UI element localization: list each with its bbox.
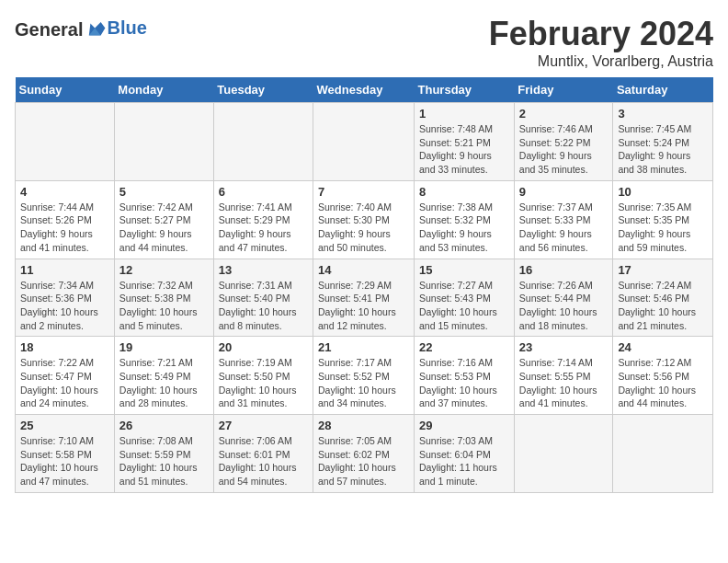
day-detail: Sunrise: 7:41 AM Sunset: 5:29 PM Dayligh… <box>219 201 308 255</box>
day-detail: Sunrise: 7:24 AM Sunset: 5:46 PM Dayligh… <box>618 279 708 333</box>
day-detail: Sunrise: 7:14 AM Sunset: 5:55 PM Dayligh… <box>519 356 609 410</box>
calendar-week-row: 11Sunrise: 7:34 AM Sunset: 5:36 PM Dayli… <box>16 259 713 337</box>
day-number: 18 <box>20 340 109 354</box>
calendar-cell: 15Sunrise: 7:27 AM Sunset: 5:43 PM Dayli… <box>415 259 515 337</box>
day-detail: Sunrise: 7:45 AM Sunset: 5:24 PM Dayligh… <box>618 122 708 177</box>
day-number: 12 <box>119 263 209 277</box>
day-number: 22 <box>419 340 509 354</box>
calendar-cell <box>213 103 313 181</box>
calendar-cell: 22Sunrise: 7:16 AM Sunset: 5:53 PM Dayli… <box>415 337 515 415</box>
calendar-cell: 10Sunrise: 7:35 AM Sunset: 5:35 PM Dayli… <box>613 180 713 259</box>
day-number: 29 <box>419 419 509 432</box>
calendar-cell: 8Sunrise: 7:38 AM Sunset: 5:32 PM Daylig… <box>415 180 515 259</box>
day-number: 11 <box>20 263 109 277</box>
day-detail: Sunrise: 7:17 AM Sunset: 5:52 PM Dayligh… <box>318 356 409 410</box>
calendar-cell: 3Sunrise: 7:45 AM Sunset: 5:24 PM Daylig… <box>613 103 713 181</box>
calendar-cell: 11Sunrise: 7:34 AM Sunset: 5:36 PM Dayli… <box>16 259 115 337</box>
day-detail: Sunrise: 7:34 AM Sunset: 5:36 PM Dayligh… <box>20 279 109 333</box>
day-detail: Sunrise: 7:22 AM Sunset: 5:47 PM Dayligh… <box>20 356 109 410</box>
calendar-cell <box>114 103 213 181</box>
calendar-cell: 13Sunrise: 7:31 AM Sunset: 5:40 PM Dayli… <box>213 259 313 337</box>
day-number: 9 <box>519 185 609 199</box>
day-detail: Sunrise: 7:05 AM Sunset: 6:02 PM Dayligh… <box>318 434 409 488</box>
day-detail: Sunrise: 7:38 AM Sunset: 5:32 PM Dayligh… <box>419 201 509 255</box>
day-number: 8 <box>419 185 509 199</box>
calendar-cell: 24Sunrise: 7:12 AM Sunset: 5:56 PM Dayli… <box>613 337 713 415</box>
day-detail: Sunrise: 7:10 AM Sunset: 5:58 PM Dayligh… <box>20 434 109 488</box>
day-detail: Sunrise: 7:21 AM Sunset: 5:49 PM Dayligh… <box>119 356 209 410</box>
calendar-header-sunday: Sunday <box>16 77 115 103</box>
calendar-cell: 23Sunrise: 7:14 AM Sunset: 5:55 PM Dayli… <box>514 337 613 415</box>
day-number: 24 <box>618 340 708 354</box>
calendar-cell: 9Sunrise: 7:37 AM Sunset: 5:33 PM Daylig… <box>514 180 613 259</box>
day-detail: Sunrise: 7:16 AM Sunset: 5:53 PM Dayligh… <box>419 356 509 410</box>
day-number: 6 <box>219 185 308 199</box>
day-number: 21 <box>318 340 409 354</box>
day-number: 13 <box>219 263 308 277</box>
calendar-cell: 14Sunrise: 7:29 AM Sunset: 5:41 PM Dayli… <box>313 259 415 337</box>
day-detail: Sunrise: 7:40 AM Sunset: 5:30 PM Dayligh… <box>318 201 409 255</box>
day-number: 19 <box>119 340 209 354</box>
day-number: 15 <box>419 263 509 277</box>
page-title: February 2024 <box>489 15 713 53</box>
calendar-cell: 19Sunrise: 7:21 AM Sunset: 5:49 PM Dayli… <box>114 337 213 415</box>
calendar-cell: 2Sunrise: 7:46 AM Sunset: 5:22 PM Daylig… <box>514 103 613 181</box>
calendar-cell: 26Sunrise: 7:08 AM Sunset: 5:59 PM Dayli… <box>114 415 213 493</box>
day-number: 1 <box>419 107 509 121</box>
day-detail: Sunrise: 7:37 AM Sunset: 5:33 PM Dayligh… <box>519 201 609 255</box>
day-number: 7 <box>318 185 409 199</box>
calendar-cell <box>313 103 415 181</box>
day-number: 5 <box>119 185 209 199</box>
calendar-cell <box>514 415 613 493</box>
day-detail: Sunrise: 7:35 AM Sunset: 5:35 PM Dayligh… <box>618 201 708 255</box>
day-detail: Sunrise: 7:03 AM Sunset: 6:04 PM Dayligh… <box>419 434 509 488</box>
calendar-header-row: SundayMondayTuesdayWednesdayThursdayFrid… <box>16 77 713 103</box>
day-number: 17 <box>618 263 708 277</box>
calendar-header-thursday: Thursday <box>415 77 515 103</box>
day-number: 16 <box>519 263 609 277</box>
day-number: 26 <box>119 419 209 432</box>
calendar-cell <box>16 103 115 181</box>
day-detail: Sunrise: 7:32 AM Sunset: 5:38 PM Dayligh… <box>119 279 209 333</box>
day-number: 28 <box>318 419 409 432</box>
calendar-cell: 21Sunrise: 7:17 AM Sunset: 5:52 PM Dayli… <box>313 337 415 415</box>
day-detail: Sunrise: 7:27 AM Sunset: 5:43 PM Dayligh… <box>419 279 509 333</box>
calendar-header-friday: Friday <box>514 77 613 103</box>
calendar-cell: 28Sunrise: 7:05 AM Sunset: 6:02 PM Dayli… <box>313 415 415 493</box>
day-detail: Sunrise: 7:42 AM Sunset: 5:27 PM Dayligh… <box>119 201 209 255</box>
calendar-header-monday: Monday <box>114 77 213 103</box>
day-number: 4 <box>20 185 109 199</box>
calendar-cell: 7Sunrise: 7:40 AM Sunset: 5:30 PM Daylig… <box>313 180 415 259</box>
day-detail: Sunrise: 7:08 AM Sunset: 5:59 PM Dayligh… <box>119 434 209 488</box>
calendar-cell: 5Sunrise: 7:42 AM Sunset: 5:27 PM Daylig… <box>114 180 213 259</box>
calendar-cell: 17Sunrise: 7:24 AM Sunset: 5:46 PM Dayli… <box>613 259 713 337</box>
day-number: 23 <box>519 340 609 354</box>
calendar-cell: 16Sunrise: 7:26 AM Sunset: 5:44 PM Dayli… <box>514 259 613 337</box>
calendar-header-tuesday: Tuesday <box>213 77 313 103</box>
calendar-week-row: 1Sunrise: 7:48 AM Sunset: 5:21 PM Daylig… <box>16 103 713 181</box>
page-subtitle: Muntlix, Vorarlberg, Austria <box>489 53 713 70</box>
calendar-table: SundayMondayTuesdayWednesdayThursdayFrid… <box>15 77 713 493</box>
day-detail: Sunrise: 7:29 AM Sunset: 5:41 PM Dayligh… <box>318 279 409 333</box>
calendar-header-saturday: Saturday <box>613 77 713 103</box>
title-area: February 2024 Muntlix, Vorarlberg, Austr… <box>489 15 713 70</box>
day-detail: Sunrise: 7:26 AM Sunset: 5:44 PM Dayligh… <box>519 279 609 333</box>
calendar-header-wednesday: Wednesday <box>313 77 415 103</box>
logo-blue-text: Blue <box>107 17 146 39</box>
day-detail: Sunrise: 7:44 AM Sunset: 5:26 PM Dayligh… <box>20 201 109 255</box>
day-number: 2 <box>519 107 609 121</box>
calendar-week-row: 25Sunrise: 7:10 AM Sunset: 5:58 PM Dayli… <box>16 415 713 493</box>
day-detail: Sunrise: 7:12 AM Sunset: 5:56 PM Dayligh… <box>618 356 708 410</box>
day-number: 10 <box>618 185 708 199</box>
logo-general-text: General <box>15 19 83 40</box>
calendar-cell: 12Sunrise: 7:32 AM Sunset: 5:38 PM Dayli… <box>114 259 213 337</box>
calendar-cell: 4Sunrise: 7:44 AM Sunset: 5:26 PM Daylig… <box>16 180 115 259</box>
day-number: 27 <box>219 419 308 432</box>
page-header: General Blue February 2024 Muntlix, Vora… <box>15 15 713 70</box>
calendar-cell: 20Sunrise: 7:19 AM Sunset: 5:50 PM Dayli… <box>213 337 313 415</box>
day-detail: Sunrise: 7:46 AM Sunset: 5:22 PM Dayligh… <box>519 122 609 177</box>
day-detail: Sunrise: 7:48 AM Sunset: 5:21 PM Dayligh… <box>419 122 509 177</box>
calendar-week-row: 18Sunrise: 7:22 AM Sunset: 5:47 PM Dayli… <box>16 337 713 415</box>
day-detail: Sunrise: 7:31 AM Sunset: 5:40 PM Dayligh… <box>219 279 308 333</box>
calendar-cell <box>613 415 713 493</box>
